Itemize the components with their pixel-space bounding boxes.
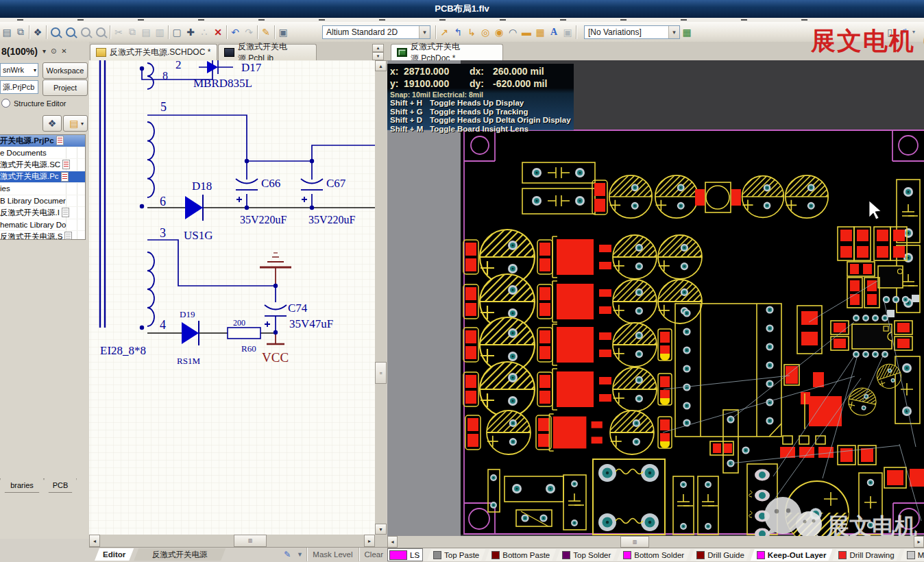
sot-package[interactable]: [878, 266, 903, 288]
d18-part[interactable]: US1G: [184, 229, 213, 242]
c74-designator[interactable]: C74: [288, 302, 308, 315]
layer-tab-keep-out[interactable]: Keep-Out Layer: [751, 549, 833, 561]
d19-part[interactable]: RS1M: [177, 356, 200, 366]
project-field[interactable]: 源.PrjPcb: [0, 80, 38, 94]
interactive-route-icon[interactable]: ↗: [437, 25, 451, 39]
tree-item-schdoc[interactable]: 激式开关电源.SC: [0, 159, 85, 171]
c66-value[interactable]: 35V220uF: [240, 214, 287, 225]
route-multi-icon[interactable]: ↳: [465, 25, 478, 39]
place-arc-icon[interactable]: ◠: [506, 25, 520, 39]
close-icon[interactable]: ✕: [61, 47, 66, 55]
structure-editor-option[interactable]: Structure Editor: [1, 99, 66, 108]
copy-icon[interactable]: ⧉: [125, 25, 139, 39]
chevron-down-icon[interactable]: ▾: [668, 26, 679, 38]
layer-tab-bottom-solder[interactable]: Bottom Solder: [617, 549, 690, 561]
undo-icon[interactable]: ↶: [228, 25, 242, 39]
chevron-down-icon[interactable]: ▾: [419, 26, 430, 38]
layer-tab-drill-drawing[interactable]: Drill Drawing: [832, 549, 900, 561]
arrow-down-icon[interactable]: ▾: [375, 524, 387, 535]
print-preview-icon[interactable]: ⧉: [14, 25, 27, 39]
arrow-up-icon[interactable]: ▴: [375, 60, 387, 71]
d18-designator[interactable]: D18: [192, 180, 212, 193]
wand-icon[interactable]: ✎: [259, 25, 273, 39]
paste-icon[interactable]: ▤: [139, 25, 153, 39]
tree-item-pcbdoc[interactable]: 激式开关电源.Pc: [0, 171, 85, 184]
tab-sheet[interactable]: 反激式开关电源: [134, 548, 226, 561]
transformer-designator[interactable]: EI28_8*8: [100, 344, 146, 357]
tree-item-pcblib[interactable]: 反激式开关电源.I: [0, 207, 85, 219]
layer-tab-top-solder[interactable]: Top Solder: [556, 549, 617, 561]
place-pad-icon[interactable]: ◎: [478, 25, 492, 39]
view-mode-select[interactable]: Altium Standard 2D ▾: [322, 25, 430, 39]
tree-item-pcb-library-documents[interactable]: B Library Documer: [0, 195, 85, 208]
r60-designator[interactable]: R60: [241, 343, 256, 354]
clear-filter-icon[interactable]: ✕: [211, 25, 225, 39]
tree-item-project[interactable]: 开关电源.PrjPc: [0, 135, 85, 147]
schematic-viewport[interactable]: 2 8 5 6 3 4 D17 MBRD835L D18 US1G C66 C6…: [89, 60, 375, 535]
arrange-icon[interactable]: ∴: [197, 25, 211, 39]
smd-power-pad[interactable]: [805, 393, 842, 429]
layer-tab-drill-guide[interactable]: Drill Guide: [690, 549, 751, 561]
zoom-selected-icon[interactable]: [81, 27, 90, 37]
capture-icon[interactable]: ▣: [276, 25, 290, 39]
mask-level-button[interactable]: Mask Level: [308, 550, 356, 559]
filter-icon[interactable]: ▼: [294, 548, 305, 561]
layer-tab-bottom-paste[interactable]: Bottom Paste: [485, 549, 556, 561]
c67-value[interactable]: 35V220uF: [308, 214, 356, 225]
panel-open-button[interactable]: ▤▾: [63, 115, 88, 132]
r60-value[interactable]: 200: [233, 318, 245, 328]
variations-select[interactable]: [No Variations] ▾: [584, 25, 680, 39]
tab-editor[interactable]: Editor: [95, 548, 134, 561]
vcc-label[interactable]: VCC: [262, 350, 289, 365]
tab-scroll-spinner[interactable]: ▴ ▾: [372, 44, 384, 60]
pencil-icon[interactable]: ✎: [280, 548, 294, 561]
d17-designator[interactable]: D17: [241, 61, 262, 74]
tree-item-schematic-library-documents[interactable]: hematic Library Do: [0, 219, 85, 232]
d17-part[interactable]: MBRD835L: [193, 77, 252, 90]
workspace-button[interactable]: Workspace: [42, 62, 88, 79]
c66-designator[interactable]: C66: [261, 177, 280, 190]
clear-button[interactable]: Clear: [361, 550, 387, 559]
cut-icon[interactable]: ✂: [112, 25, 125, 39]
place-fill-icon[interactable]: ▬: [520, 25, 533, 39]
redo-icon[interactable]: ↷: [242, 25, 256, 39]
chevron-down-icon[interactable]: ▾: [42, 47, 46, 55]
layer-tab-multi-layer[interactable]: Multi-Layer: [901, 549, 924, 561]
layer-tab-top-paste[interactable]: Top Paste: [427, 549, 485, 561]
zoom-document-icon[interactable]: [51, 27, 60, 37]
place-via-icon[interactable]: ◉: [492, 25, 506, 39]
tree-item-source-documents[interactable]: e Documents: [0, 147, 85, 160]
current-layer-box[interactable]: LS: [387, 548, 423, 561]
c74-value[interactable]: 35V47uF: [289, 317, 333, 330]
zoom-last-icon[interactable]: [96, 27, 106, 37]
radio-icon[interactable]: [1, 99, 10, 108]
place-array-icon[interactable]: ▦: [533, 25, 547, 39]
zoom-area-icon[interactable]: [66, 27, 75, 37]
print-icon[interactable]: ▤: [0, 25, 14, 39]
panel-layers-button[interactable]: ❖: [42, 115, 62, 132]
schematic-hscrollbar[interactable]: ◂ ▥ ▸: [89, 535, 375, 547]
move-icon[interactable]: ✚: [184, 25, 197, 39]
tab-pcbdoc[interactable]: 反激式开关电源.PcbDoc *: [391, 44, 503, 60]
tab-pcb-panel[interactable]: PCB: [44, 478, 77, 493]
schematic-vscrollbar[interactable]: ▴ ≡ ▾: [375, 60, 387, 535]
tab-libraries[interactable]: braries: [0, 478, 44, 493]
layers-icon[interactable]: ❖: [31, 25, 45, 39]
tab-pcblib[interactable]: 反激式开关电源.PcbLib: [218, 44, 317, 60]
d19-designator[interactable]: D19: [180, 309, 195, 319]
pcb-hscrollbar[interactable]: ◂ ▥ ▸: [387, 536, 924, 548]
place-string-icon[interactable]: A: [547, 25, 561, 39]
variant-board-icon[interactable]: ▦: [680, 25, 694, 39]
vscroll-thumb[interactable]: ≡: [375, 362, 387, 384]
resistor-r60[interactable]: [228, 328, 260, 339]
route-diff-pair-icon[interactable]: ↰: [451, 25, 465, 39]
tree-item-schlib[interactable]: 反激式开关电源.S: [0, 231, 85, 240]
select-area-icon[interactable]: ▢: [170, 25, 184, 39]
arrow-up-icon[interactable]: ▴: [372, 44, 384, 52]
c67-designator[interactable]: C67: [326, 177, 346, 190]
tree-item-libraries[interactable]: ies: [0, 183, 85, 195]
paste-special-icon[interactable]: ▥: [153, 25, 167, 39]
tab-schdoc[interactable]: 反激式开关电源.SCHDOC *: [90, 44, 217, 60]
project-button[interactable]: Project: [42, 80, 88, 96]
pin-icon[interactable]: ⊙: [51, 47, 56, 55]
